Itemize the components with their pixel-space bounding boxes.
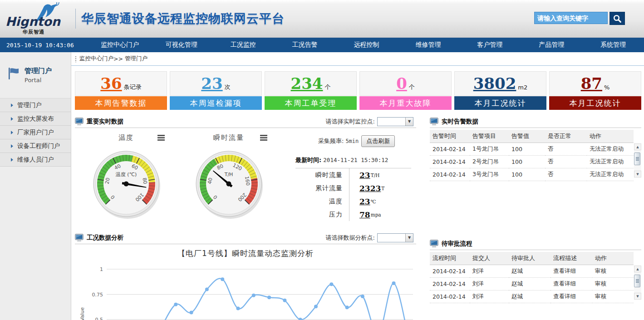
search-button[interactable] (610, 12, 625, 25)
alarm-table-scrollbar[interactable]: ▲ ▼ (634, 143, 641, 177)
chart-title: 【电厂1号线】瞬时流量动态监测分析 (75, 248, 416, 259)
sidebar-item-label: 管理门户 (17, 101, 42, 109)
column-header: 流程描述 (551, 252, 592, 265)
reading-unit: T/H (371, 172, 380, 178)
analysis-point-select[interactable]: ▼ (377, 233, 413, 242)
monitor-point-select[interactable]: ▼ (377, 117, 413, 126)
scroll-up-icon[interactable]: ▲ (634, 143, 641, 150)
column-header: 动作 (592, 252, 634, 265)
sidebar-item-label: 厂家用户门户 (17, 128, 54, 137)
alarm-table: 告警时间告警项目告警值是否正常动作2014-02-141号龙门吊100否无法正常… (430, 130, 634, 181)
sidebar: 管理门户 Portal 管理门户监控大屏发布厂家用户门户设备工程师门户维修人员门… (0, 52, 71, 320)
scroll-down-icon[interactable]: ▼ (634, 171, 641, 177)
portal-header: 管理门户 Portal (0, 52, 71, 84)
stat-label-bar[interactable]: 本周工单受理 (265, 96, 357, 110)
data-cell: 2014-02-14 (430, 265, 470, 278)
stat-label-bar[interactable]: 本周巡检漏项 (170, 96, 262, 110)
action-cell[interactable]: 审核 (592, 265, 634, 278)
scroll-down-icon[interactable]: ▼ (634, 293, 641, 300)
nav-item-7[interactable]: 产品管理 (521, 41, 582, 49)
scroll-up-icon[interactable]: ▲ (634, 266, 641, 272)
table-row: 2014-02-143号龙门吊100否无法正常启动 (430, 168, 634, 181)
sidebar-item-1[interactable]: 监控大屏发布 (0, 112, 71, 126)
nav-item-4[interactable]: 远程控制 (336, 41, 398, 49)
action-cell[interactable]: 审核 (592, 278, 634, 290)
hamburger-menu-icon[interactable] (260, 135, 267, 142)
chevron-down-icon[interactable]: ▼ (405, 234, 413, 242)
stat-label-bar[interactable]: 本月重大故障 (359, 96, 452, 110)
data-cell: 2014-02-14 (430, 143, 470, 156)
chevron-down-icon[interactable]: ▼ (405, 118, 413, 126)
stat-label-bar[interactable]: 本月工况统计 (454, 96, 546, 110)
table-row: 2014-02-14刘洋赵城查看详细审核 (430, 278, 634, 290)
brand-logo[interactable]: Hignton 华辰智通 (5, 3, 73, 34)
column-header: 告警值 (509, 130, 545, 143)
svg-text:0.5: 0.5 (95, 317, 103, 320)
column-header: 动作 (587, 130, 634, 143)
freq-label: 采集频率: (318, 137, 344, 145)
nav-item-6[interactable]: 客户管理 (459, 41, 521, 49)
panel-title-alarm: 实时告警数据 (442, 118, 478, 126)
action-cell[interactable]: 查看详细 (551, 265, 592, 278)
stat-label-bar[interactable]: 本月工况统计 (549, 96, 641, 110)
search-input[interactable] (534, 12, 608, 24)
column-header: 待审批人 (509, 252, 551, 265)
site-title: 华辰智通设备远程监控物联网云平台 (81, 10, 285, 27)
reading-value: 2323 (359, 184, 381, 193)
nav-item-2[interactable]: 工况监控 (212, 41, 274, 49)
stat-value-box: 23次 (170, 71, 262, 96)
breadcrumb-current[interactable]: 管理门户 (125, 55, 147, 63)
stat-label-bar[interactable]: 本周告警数据 (75, 96, 167, 110)
stat-number[interactable]: 36 (100, 76, 122, 91)
data-cell: 2号龙门吊 (470, 156, 509, 168)
action-cell[interactable]: 审核 (592, 290, 634, 303)
svg-text:温度 (℃): 温度 (℃) (116, 172, 137, 177)
temperature-gauge-dial: 020406080100温度 (℃) (88, 145, 165, 222)
nav-item-5[interactable]: 维修管理 (397, 41, 459, 49)
nav-item-8[interactable]: 系统管理 (582, 41, 644, 49)
stat-number[interactable]: 87 (581, 76, 602, 91)
sidebar-item-0[interactable]: 管理门户 (0, 98, 71, 112)
main-navbar: 2015-10-19 10:43:06 监控中心门户可视化管理工况监控工况告警远… (0, 38, 644, 52)
monitor-point-select-label: 请选择实时监控点: (326, 118, 375, 126)
reading-row-1: 累计流量2323T (295, 182, 411, 195)
freq-value: 5min (345, 138, 359, 144)
refresh-button[interactable]: 点击刷新 (361, 135, 395, 147)
action-cell[interactable]: 查看详细 (551, 290, 592, 303)
alarm-panel: 实时告警数据 告警时间告警项目告警值是否正常动作2014-02-141号龙门吊1… (430, 115, 641, 181)
reading-unit: ℃ (371, 199, 376, 204)
sidebar-item-3[interactable]: 设备工程师门户 (0, 139, 71, 153)
monitor-icon (75, 234, 84, 242)
nav-item-1[interactable]: 可视化管理 (151, 41, 212, 49)
data-cell: 赵城 (509, 278, 551, 290)
approval-table-scrollbar[interactable]: ▲ ▼ (634, 266, 641, 300)
scrollbar-thumb[interactable] (634, 153, 640, 165)
data-cell: 3号龙门吊 (470, 168, 509, 181)
breadcrumb-root[interactable]: 监控中心门户 (79, 55, 113, 63)
triangle-right-icon (11, 144, 13, 148)
sidebar-item-4[interactable]: 维修人员门户 (0, 153, 71, 167)
triangle-right-icon (11, 158, 13, 162)
breadcrumb-separator: >> (113, 55, 123, 62)
reading-unit: T (381, 186, 384, 191)
action-cell[interactable]: 查看详细 (551, 278, 592, 290)
portal-subtitle: Portal (25, 77, 52, 84)
sidebar-item-2[interactable]: 厂家用户门户 (0, 126, 71, 139)
nav-item-0[interactable]: 监控中心门户 (89, 41, 151, 49)
data-cell: 无法正常启动 (587, 143, 634, 156)
gauge-flow-title: 瞬时流量 (213, 133, 244, 142)
data-cell: 2014-02-14 (430, 290, 470, 303)
sidebar-item-label: 维修人员门户 (17, 156, 54, 164)
stat-number[interactable]: 23 (201, 76, 222, 91)
stat-number[interactable]: 3802 (473, 76, 516, 91)
stat-value-box: 36条记录 (75, 71, 167, 96)
hamburger-menu-icon[interactable] (157, 135, 165, 142)
logo-subtext: 华辰智通 (23, 29, 44, 35)
scrollbar-thumb[interactable] (634, 275, 640, 287)
monitor-point-select-value (378, 118, 405, 126)
data-cell: 否 (545, 168, 587, 181)
nav-item-3[interactable]: 工况告警 (274, 41, 336, 49)
column-header: 流程时间 (430, 252, 470, 265)
stat-number[interactable]: 0 (396, 76, 407, 91)
stat-number[interactable]: 234 (291, 76, 323, 91)
